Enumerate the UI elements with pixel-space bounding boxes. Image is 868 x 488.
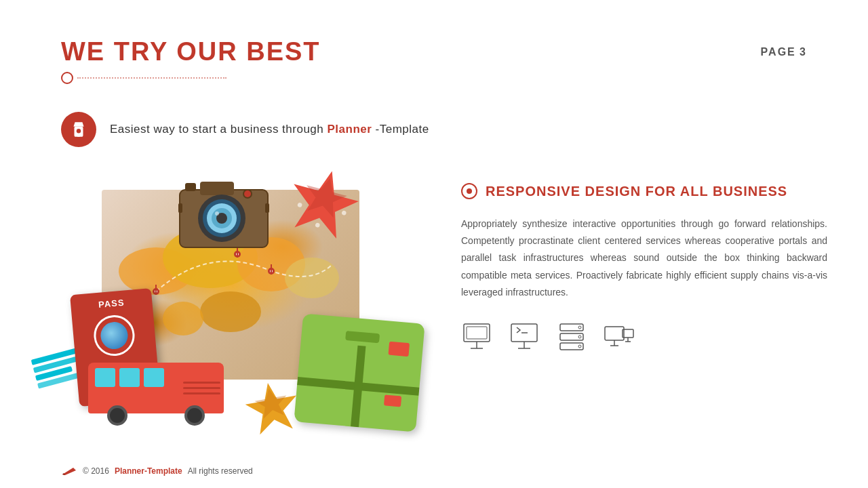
svg-point-6	[285, 258, 339, 298]
bus-window-2	[119, 368, 140, 387]
server-rack-icon	[556, 321, 587, 352]
bus	[88, 359, 224, 427]
svg-point-29	[244, 190, 251, 197]
bus-wheel-right	[184, 405, 205, 426]
svg-point-1	[77, 129, 81, 134]
travel-illustration: PASS	[20, 156, 454, 441]
heading-icon	[461, 183, 477, 199]
code-monitor-svg	[509, 321, 540, 352]
svg-rect-52	[560, 333, 583, 340]
illustration-area: PASS	[20, 156, 454, 441]
camera	[173, 169, 278, 253]
section-heading: RESPONSIVE DESIGN FOR ALL BUSINESS	[461, 183, 827, 199]
svg-rect-31	[265, 203, 269, 213]
right-content: RESPONSIVE DESIGN FOR ALL BUSINESS Appro…	[461, 183, 827, 352]
svg-rect-57	[605, 327, 624, 340]
section-body: Appropriately synthesize interactive opp…	[461, 216, 827, 301]
svg-rect-51	[560, 324, 583, 331]
multi-screen-svg	[604, 321, 635, 352]
svg-point-55	[578, 336, 581, 338]
starfish-orange-svg	[239, 375, 305, 441]
svg-point-37	[315, 222, 320, 228]
suitcase-patch-1	[388, 342, 410, 357]
flashlight-icon	[61, 112, 96, 147]
multi-screen-icon	[604, 321, 635, 352]
footer: © 2016 Planner-Template All rights reser…	[61, 466, 253, 476]
svg-point-42	[279, 388, 283, 392]
svg-point-36	[341, 210, 347, 216]
page-title: WE TRY OUR BEST	[61, 37, 807, 66]
desktop-icon	[461, 321, 492, 352]
subtitle-bar: Easiest way to start a business through …	[61, 112, 429, 147]
passport-label: PASS	[98, 298, 125, 310]
pen-icon	[61, 466, 77, 476]
desktop-svg	[461, 321, 492, 352]
title-circle-icon	[61, 72, 73, 84]
svg-point-38	[297, 202, 302, 207]
svg-point-54	[578, 326, 581, 329]
suitcase	[294, 313, 425, 432]
bus-line-1	[183, 382, 220, 384]
bus-body	[88, 363, 224, 413]
page-header: WE TRY OUR BEST	[61, 37, 807, 84]
svg-point-34	[311, 179, 317, 184]
svg-point-56	[578, 345, 581, 348]
bus-windows	[95, 368, 164, 387]
svg-rect-53	[560, 343, 583, 350]
code-monitor-icon	[509, 321, 540, 352]
bus-line-3	[183, 392, 220, 394]
svg-rect-30	[178, 203, 182, 213]
svg-point-35	[341, 183, 347, 188]
subtitle-text: Easiest way to start a business through …	[110, 123, 429, 136]
bus-wheel-left	[107, 405, 127, 426]
svg-rect-20	[200, 182, 234, 195]
title-dots	[77, 77, 226, 79]
bus-window-3	[144, 368, 164, 387]
bus-line-2	[183, 387, 220, 389]
camera-svg	[173, 169, 278, 251]
title-decoration	[61, 72, 807, 84]
starfish-orange	[239, 375, 307, 449]
svg-point-41	[256, 394, 260, 399]
server-rack-svg	[556, 321, 587, 352]
svg-rect-2	[77, 135, 80, 137]
svg-point-7	[200, 291, 261, 332]
passport-globe-icon	[92, 314, 136, 358]
svg-rect-46	[467, 327, 487, 339]
section-title: RESPONSIVE DESIGN FOR ALL BUSINESS	[486, 184, 787, 199]
bus-window-1	[95, 368, 115, 387]
svg-point-27	[215, 211, 219, 216]
svg-point-8	[163, 302, 203, 336]
flashlight-svg	[70, 121, 87, 138]
device-icon-row	[461, 321, 827, 352]
suitcase-patch-2	[384, 394, 401, 407]
svg-rect-21	[185, 183, 196, 191]
